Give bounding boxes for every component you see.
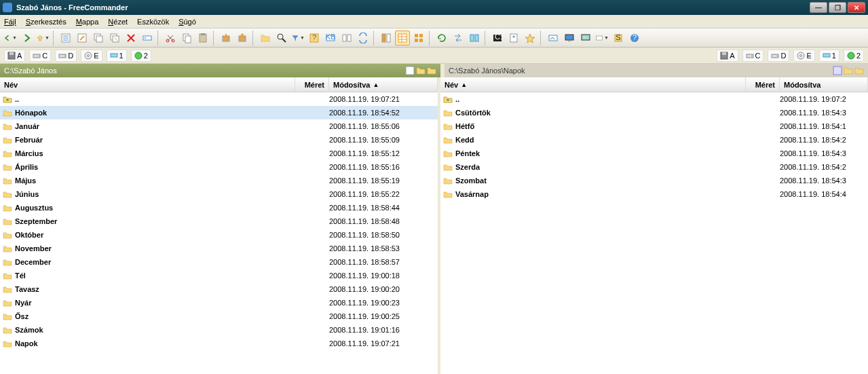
view-thumb-button[interactable] [411,31,426,45]
col-size[interactable]: Méret [746,77,780,92]
menu-mappa[interactable]: Mappa [76,18,99,26]
size-button[interactable]: ? [307,31,322,45]
folder-row[interactable]: Hétfő2008.11.19. 18:54:1 [440,119,868,133]
menu-szerkesztes[interactable]: Szerkesztés [26,18,67,26]
folder-row[interactable]: Február2008.11.19. 18:55:09 [0,133,438,147]
compare-button[interactable] [339,31,354,45]
desktop-button[interactable] [562,31,577,45]
up-button[interactable]: ▼ [35,31,50,45]
deskimg-button[interactable] [578,31,593,45]
folder-row[interactable]: Vasárnap2008.11.19. 18:54:4 [440,187,868,201]
filelist-left[interactable]: ..2008.11.19. 19:07:21Hónapok2008.11.19.… [0,92,438,374]
move-button[interactable] [107,31,122,45]
folder-row[interactable]: Szombat2008.11.19. 18:54:3 [440,174,868,187]
forward-button[interactable] [19,31,34,45]
folder-row[interactable]: Augusztus2008.11.19. 18:58:44 [0,201,438,214]
delete-button[interactable] [124,31,138,45]
view-brief-button[interactable] [379,31,394,45]
filelist-right[interactable]: ..2008.11.19. 19:07:2Csütörtök2008.11.19… [440,92,868,374]
folder-row[interactable]: Tavasz2008.11.19. 19:00:20 [0,282,438,296]
folder-row[interactable]: Január2008.11.19. 18:55:06 [0,119,438,133]
col-modified[interactable]: Módosítva [780,77,868,92]
close-button[interactable]: ✕ [848,2,865,13]
view-button[interactable] [58,31,73,45]
folder-row[interactable]: Március2008.11.19. 18:55:12 [0,147,438,160]
folder-row[interactable]: Szerda2008.11.19. 18:54:2 [440,160,868,174]
help-button[interactable]: ? [627,31,642,45]
filter-button[interactable]: ▼ [290,31,305,45]
screenshot-button[interactable] [546,31,561,45]
history-icon[interactable] [405,66,415,75]
drive-1[interactable]: 1 [819,50,839,62]
drive-e[interactable]: E [793,50,814,62]
drive-a[interactable]: A [717,50,738,62]
folder-row[interactable]: Április2008.11.19. 18:55:16 [0,160,438,174]
folder-row[interactable]: Tél2008.11.19. 19:00:18 [0,269,438,282]
col-name[interactable]: Név▲ [440,77,746,92]
dos-button[interactable]: C:\ [490,31,505,45]
pathbar-left[interactable]: C:\Szabó János [0,64,440,77]
settings-button[interactable]: S [611,31,626,45]
history-icon[interactable] [833,66,842,75]
properties-button[interactable] [506,31,521,45]
copy-button[interactable] [91,31,106,45]
new-folder-button[interactable] [258,31,273,45]
minimize-button[interactable]: — [810,2,827,13]
folder-row[interactable]: Május2008.11.19. 18:55:19 [0,174,438,187]
pathbar-right[interactable]: C:\Szabó János\Napok [445,64,868,77]
cut-button[interactable] [163,31,178,45]
clone-button[interactable] [467,31,482,45]
drive-c[interactable]: C [742,50,764,62]
paste-button[interactable] [195,31,210,45]
favorites-button[interactable] [523,31,537,45]
menu-eszkozok[interactable]: Eszközök [137,18,169,26]
folder-tree-icon[interactable] [427,66,436,75]
folder-row[interactable]: Kedd2008.11.19. 18:54:2 [440,133,868,147]
kb-button[interactable]: KB [323,31,338,45]
col-modified[interactable]: Módosítva▲ [329,77,438,92]
folder-row[interactable]: Október2008.11.19. 18:58:50 [0,228,438,242]
parent-folder-row[interactable]: ..2008.11.19. 19:07:2 [440,92,868,106]
drive-c[interactable]: C [29,50,51,62]
menu-fajl[interactable]: Fájl [4,18,16,26]
folder-row[interactable]: November2008.11.19. 18:58:53 [0,242,438,255]
parent-folder-row[interactable]: ..2008.11.19. 19:07:21 [0,92,438,106]
rename-button[interactable] [140,31,155,45]
drive-2[interactable]: 2 [131,50,151,62]
folder-row[interactable]: Június2008.11.19. 18:55:22 [0,187,438,201]
search-button[interactable] [274,31,289,45]
favorites-icon[interactable] [844,66,853,75]
refresh-button[interactable] [434,31,449,45]
edit-button[interactable] [75,31,90,45]
unpack-button[interactable] [235,31,250,45]
clipboard-copy-button[interactable] [179,31,194,45]
folder-row[interactable]: Péntek2008.11.19. 18:54:3 [440,147,868,160]
folder-tree-icon[interactable] [854,66,864,75]
drive-a[interactable]: A [4,50,25,62]
drive-d[interactable]: D [768,50,789,62]
folder-row[interactable]: December2008.11.19. 18:58:57 [0,255,438,269]
folder-row[interactable]: Ősz2008.11.19. 19:00:25 [0,310,438,323]
folder-row[interactable]: Szeptember2008.11.19. 18:58:48 [0,214,438,228]
col-name[interactable]: Név [0,77,295,92]
folder-row[interactable]: Hónapok2008.11.19. 18:54:52 [0,106,438,119]
menu-sugo[interactable]: Súgó [178,18,196,26]
drive-e[interactable]: E [81,50,102,62]
folder-row[interactable]: Számok2008.11.19. 19:01:16 [0,323,438,337]
drive-2[interactable]: 2 [844,50,864,62]
maximize-button[interactable]: ❐ [829,2,846,13]
folder-row[interactable]: Nyár2008.11.19. 19:00:23 [0,296,438,310]
drive-1[interactable]: 1 [107,50,127,62]
drive-d[interactable]: D [55,50,77,62]
sync-button[interactable] [356,31,371,45]
swap-button[interactable] [451,31,466,45]
col-size[interactable]: Méret [295,77,329,92]
tools-dropdown[interactable]: ▼ [595,31,609,45]
pack-button[interactable] [219,31,233,45]
folder-row[interactable]: Csütörtök2008.11.19. 18:54:3 [440,106,868,119]
folder-row[interactable]: Napok2008.11.19. 19:07:21 [0,337,438,350]
view-details-button[interactable] [395,31,410,45]
favorites-icon[interactable] [416,66,426,75]
back-button[interactable]: ▼ [3,31,18,45]
menu-nezet[interactable]: Nézet [108,18,128,26]
